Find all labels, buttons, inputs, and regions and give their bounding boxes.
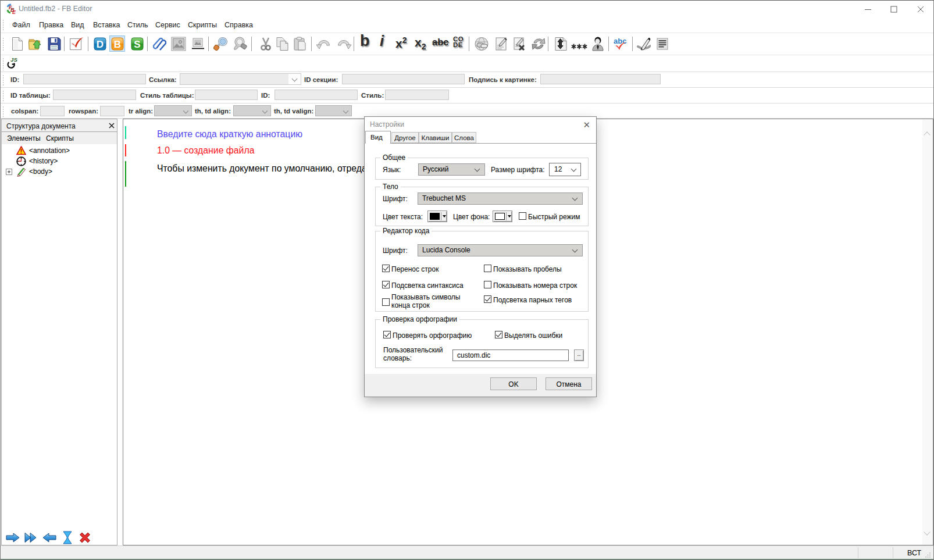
svg-text:abc: abc [614,37,626,45]
svg-text:D: D [97,39,104,50]
svg-text:E: E [12,9,16,15]
svg-text:S: S [134,39,140,50]
svg-text:B: B [114,39,121,50]
